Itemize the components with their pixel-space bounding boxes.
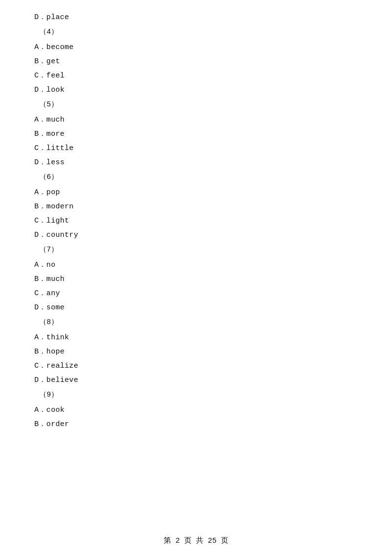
section-4: （4）: [39, 25, 358, 40]
line-a-think: A．think: [34, 331, 358, 344]
main-content: D．place （4） A．become B．get C．feel D．look…: [0, 0, 392, 461]
section-7: （7）: [39, 243, 358, 257]
line-a-cook: A．cook: [34, 404, 358, 417]
page-number-text: 第 2 页 共 25 页: [164, 537, 228, 545]
line-c-feel: C．feel: [34, 69, 358, 82]
line-b-modern: B．modern: [34, 200, 358, 213]
line-b-more: B．more: [34, 127, 358, 141]
section-9: （9）: [39, 388, 358, 403]
line-c-realize: C．realize: [34, 359, 358, 373]
line-a-pop: A．pop: [34, 186, 358, 199]
line-d-place: D．place: [34, 11, 358, 24]
line-d-look: D．look: [34, 83, 358, 97]
line-d-less: D．less: [34, 156, 358, 169]
line-d-country: D．country: [34, 228, 358, 242]
line-a-no: A．no: [34, 258, 358, 272]
page-footer: 第 2 页 共 25 页: [0, 536, 392, 545]
line-c-light: C．light: [34, 214, 358, 227]
line-b-much2: B．much: [34, 273, 358, 286]
line-b-hope: B．hope: [34, 345, 358, 358]
line-d-some: D．some: [34, 301, 358, 314]
line-b-get: B．get: [34, 55, 358, 68]
line-d-believe: D．believe: [34, 374, 358, 387]
section-6: （6）: [39, 170, 358, 185]
section-8: （8）: [39, 315, 358, 330]
line-b-order: B．order: [34, 418, 358, 431]
section-5: （5）: [39, 98, 358, 112]
line-a-become: A．become: [34, 41, 358, 54]
line-a-much: A．much: [34, 113, 358, 126]
line-c-any: C．any: [34, 287, 358, 300]
line-c-little: C．little: [34, 142, 358, 155]
